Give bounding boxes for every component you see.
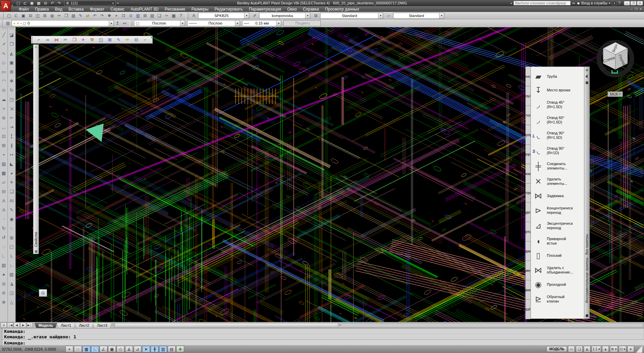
transparency-toggle[interactable]: ▨ <box>159 346 167 352</box>
palette-tab[interactable]: Редакт... <box>525 241 530 261</box>
close-icon[interactable]: x <box>151 36 152 39</box>
status-menu-button[interactable]: ▾ <box>627 346 634 352</box>
otrack-toggle[interactable]: ∡ <box>125 346 133 352</box>
open-button[interactable]: ⊏ <box>13 12 20 19</box>
menu-item[interactable]: Вставка <box>65 6 87 12</box>
subtract-tool[interactable]: ⊖ <box>0 288 8 297</box>
layout-tab[interactable]: Лист1 <box>57 323 75 328</box>
region-tool[interactable]: ▱ <box>0 178 8 187</box>
trim-tool[interactable]: ✂ <box>8 113 15 122</box>
plot-button[interactable]: ⊟ <box>27 12 34 19</box>
check-valve-tool[interactable]: ⊵ Обратный клапан <box>532 291 583 307</box>
copy-nested-tool[interactable]: ❏ <box>8 187 15 196</box>
linetype-combo[interactable]: ─── Послою ▼ <box>187 20 240 26</box>
infer-constraints-toggle[interactable]: ⌖ <box>65 346 73 352</box>
polygon-tool[interactable]: ◇ <box>0 58 8 67</box>
command-grip[interactable] <box>0 328 2 345</box>
menu-item[interactable]: Параметризация <box>246 6 284 12</box>
palette-tab[interactable]: Модел... <box>525 202 530 222</box>
copy-button[interactable]: ❐ <box>63 12 70 19</box>
hatch-tool[interactable]: ▨ <box>0 159 8 168</box>
menu-item[interactable]: Просмотр данных <box>322 6 362 12</box>
layout-tab[interactable]: Лист2 <box>75 323 93 328</box>
mtext-tool[interactable]: A <box>0 205 8 215</box>
box-3d-tool[interactable]: ▧ <box>8 270 15 279</box>
toolbar-grip[interactable] <box>2 28 6 29</box>
elbow-60-tool[interactable]: ◞ Отвод 60° (R=1.5D) <box>532 112 583 128</box>
drawing-viewport[interactable]: ⌐∞⋈✂❒✈⚒◫⊞✎✏⊟⌐ x ≡ Свойства ▦ ⊟ Верх Слев… <box>16 27 644 322</box>
autohide-icon[interactable]: ◂▌ <box>585 74 589 78</box>
chevron-down-icon[interactable]: ▼ <box>180 20 185 26</box>
palette-tab[interactable]: Визуа... <box>525 86 530 106</box>
palette-tab[interactable]: Источ... <box>525 105 530 125</box>
last-tab-button[interactable]: ▶❘ <box>27 323 33 328</box>
style-combo[interactable]: Standard ▼ <box>393 13 444 19</box>
chevron-down-icon[interactable]: ▼ <box>235 20 240 26</box>
search-input[interactable] <box>513 1 571 5</box>
delete-merge-tool[interactable]: ⋈ Удалить с объединение... <box>532 262 583 278</box>
chevron-down-icon[interactable]: ▼ <box>244 13 249 18</box>
quick-properties-toggle[interactable]: ▤ <box>168 346 176 352</box>
save-button[interactable]: ▣ <box>20 12 27 19</box>
annotate-button[interactable]: ✏ <box>123 36 132 43</box>
ellipse-tool[interactable]: ⊜ <box>0 113 8 122</box>
intersect-tool[interactable]: ⊗ <box>0 297 8 307</box>
zoom-window-button[interactable]: ⊡ <box>120 12 127 19</box>
style-icon[interactable]: A <box>190 12 197 19</box>
annotation-scale-value[interactable]: 1:1 ▾ <box>591 346 601 352</box>
publish-button[interactable]: ⊞ <box>41 12 48 19</box>
layer-previous-button[interactable]: ↤ <box>121 20 128 27</box>
restore-button[interactable]: ❐ <box>630 1 636 5</box>
menu-item[interactable]: Формат <box>87 6 107 12</box>
clean-screen-button[interactable] <box>636 345 642 353</box>
make-block-tool[interactable]: ⊞ <box>0 141 8 150</box>
tap-in-tool[interactable]: ↧ Место врезки <box>532 83 583 97</box>
gradient-tool[interactable]: ▩ <box>0 168 8 178</box>
table-tool[interactable]: ⊟ <box>0 187 8 196</box>
insert-block-tool[interactable]: ⊡ <box>0 132 8 141</box>
project-settings-button[interactable]: ⚒ <box>88 36 96 43</box>
polar-toggle[interactable]: ∠ <box>100 346 107 352</box>
toolbar-grip[interactable] <box>188 13 189 19</box>
new-button[interactable]: ▢ <box>5 12 13 19</box>
mdi-close-button[interactable]: ✕ <box>639 8 642 11</box>
workspace-combo[interactable]: ⚙ 1111 ▼ <box>64 1 116 6</box>
line-tool[interactable]: ╱ <box>0 30 8 40</box>
redo-button[interactable]: ↷ <box>99 12 106 19</box>
gate-valve-tool[interactable]: ⋈ Задвижка <box>532 189 583 203</box>
point-tool[interactable]: ▪ <box>0 150 8 159</box>
rotate-tool[interactable]: ↻ <box>8 86 15 95</box>
scrollbar-thumb[interactable] <box>115 323 338 327</box>
box-tool[interactable]: ▧ <box>0 261 8 270</box>
style-icon[interactable]: ⌐ <box>385 12 392 19</box>
construction-line-tool[interactable]: ↗ <box>0 40 8 49</box>
style-icon[interactable]: ✐ <box>251 12 258 19</box>
chamfer-tool[interactable]: ◣ <box>8 159 15 168</box>
model-space-button[interactable]: МОДЕЛЬ <box>546 346 567 352</box>
zoom-previous-button[interactable]: ⊙ <box>127 12 134 19</box>
palette-tab[interactable]: Натри... <box>525 183 530 203</box>
command-input[interactable]: Команда: <box>2 340 644 345</box>
lwt-toggle[interactable]: ╋ <box>151 346 159 352</box>
circle-tool[interactable]: ⊙ <box>0 86 8 95</box>
elbow-45-tool[interactable]: ◞ Отвод 45° (R=1.5D) <box>532 97 583 112</box>
search-expand-icon[interactable]: ▸ <box>511 2 512 5</box>
cone-tool[interactable]: △ <box>8 297 15 307</box>
polyline-tool[interactable]: ∿ <box>0 49 8 58</box>
fillet-tool[interactable]: ◕ <box>8 168 15 178</box>
continuous-orbit-tool[interactable]: ◌ <box>0 242 8 251</box>
layout-tab[interactable]: Модель <box>34 323 57 328</box>
export-dwf-button[interactable]: ◍ <box>48 12 56 19</box>
layout-tab[interactable]: Лист3 <box>93 323 111 328</box>
pyramid-tool[interactable]: ◮ <box>8 279 15 288</box>
chevron-down-icon[interactable]: ▼ <box>378 13 383 18</box>
tool-palettes-button[interactable]: ▤ <box>149 12 156 19</box>
menu-item[interactable]: AutoPLANT 3D <box>128 6 162 12</box>
panel-mini-button[interactable]: ⊟ <box>39 289 47 297</box>
extend-tool[interactable]: ⇥ <box>8 122 15 132</box>
style-combo[interactable]: Standard ▼ <box>320 13 383 19</box>
offset-tool[interactable]: ▣ <box>8 58 15 67</box>
layer-combo[interactable]: ●☀▪▢ 0 ▼ <box>12 20 114 26</box>
close-icon[interactable]: ✕ <box>585 68 589 72</box>
menu-item[interactable]: Правка <box>32 6 52 12</box>
